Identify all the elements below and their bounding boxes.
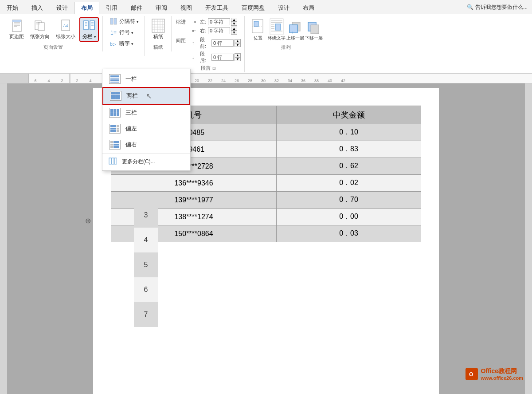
send-backward-icon: ↓ bbox=[306, 17, 322, 35]
row-num-6: 6 bbox=[134, 277, 158, 302]
spacing-after-spin[interactable]: ▲ ▼ bbox=[235, 53, 241, 61]
indent-left-label-text: 左: bbox=[200, 19, 207, 25]
row-num-5: 5 bbox=[134, 252, 158, 277]
wrap-text-button[interactable]: 环绕文字 bbox=[268, 16, 286, 43]
tab-kaifagongju[interactable]: 开发工具 bbox=[199, 2, 235, 14]
tab-shenhe[interactable]: 审阅 bbox=[149, 2, 174, 14]
bring-forward-button[interactable]: ↑ 上移一层 bbox=[286, 16, 304, 43]
svg-text:1≡: 1≡ bbox=[110, 30, 117, 36]
fenge-fu-button[interactable]: 分隔符 bbox=[107, 16, 141, 27]
spacing-after-down[interactable]: ▼ bbox=[235, 57, 241, 61]
table-cell-amount-2: 0．83 bbox=[277, 141, 421, 158]
tab-buju[interactable]: 布局 bbox=[74, 2, 99, 14]
gaozhi-content: 稿纸 bbox=[149, 16, 168, 43]
scrollbar-right[interactable] bbox=[525, 83, 532, 394]
separator-buttons: 分隔符 1≡ 行号 bc- 断字 bbox=[107, 16, 141, 49]
tab-youjian[interactable]: 邮件 bbox=[124, 2, 149, 14]
ruler-mark-30: 30 bbox=[257, 78, 270, 83]
table-row-numbers: 3 4 5 6 7 bbox=[134, 153, 158, 327]
indent-right-spin[interactable]: ▲ ▼ bbox=[231, 27, 237, 35]
menu-item-left-col[interactable]: 偏左 bbox=[102, 121, 190, 137]
page-orientation-button[interactable]: 纸张方向 bbox=[28, 18, 52, 41]
spacing-controls: ↑ 段前: ▲ ▼ ↓ 段后: bbox=[192, 36, 241, 64]
page-margin-button[interactable]: 页边距 bbox=[7, 18, 26, 41]
spacing-after-up[interactable]: ▲ bbox=[235, 53, 241, 57]
indent-right-down[interactable]: ▼ bbox=[231, 31, 237, 35]
tab-yinyong[interactable]: 引用 bbox=[99, 2, 124, 14]
columns-dropdown-menu: 一栏 两栏 ↖ bbox=[102, 69, 191, 171]
send-backward-button[interactable]: ↓ 下移一层 bbox=[305, 16, 323, 43]
ribbon-group-gaozhi: 稿纸 稿纸 bbox=[145, 16, 172, 51]
ruler-mark-40: 40 bbox=[323, 78, 336, 83]
indent-left-input[interactable] bbox=[208, 18, 230, 25]
menu-item-more-col[interactable]: 更多分栏(C)... bbox=[102, 155, 190, 169]
one-col-label: 一栏 bbox=[125, 75, 137, 83]
sep-stack: 分隔符 1≡ 行号 bc- 断字 bbox=[107, 16, 141, 49]
indent-right-up[interactable]: ▲ bbox=[231, 27, 237, 31]
menu-item-two-col[interactable]: 两栏 ↖ bbox=[102, 87, 190, 105]
indent-left-icon: ⇥ bbox=[192, 19, 199, 25]
ribbon-tab-bar: 开始 插入 设计 布局 引用 邮件 审阅 视图 开发工具 百度网盘 设计 布局 … bbox=[0, 0, 532, 14]
ruler-left-margin bbox=[0, 74, 29, 83]
indent-right-row: ⇤ 右: ▲ ▼ bbox=[192, 27, 237, 35]
indent-left-up[interactable]: ▲ bbox=[231, 18, 237, 22]
columns-label: 分栏 ▾ bbox=[82, 33, 95, 40]
menu-item-three-col[interactable]: 三栏 bbox=[102, 105, 190, 121]
table-cell-amount-5: 0．70 bbox=[277, 192, 421, 209]
table-cell-amount-4: 0．02 bbox=[277, 175, 421, 192]
one-col-icon bbox=[109, 74, 121, 84]
page-size-button[interactable]: A4 纸张大小 bbox=[54, 18, 78, 41]
ribbon-group-separators: 分隔符 1≡ 行号 bc- 断字 bbox=[104, 16, 145, 56]
spacing-after-icon: ↓ bbox=[192, 55, 199, 60]
tab-sheji[interactable]: 设计 bbox=[50, 2, 74, 14]
svg-rect-39 bbox=[275, 24, 281, 30]
indent-left-spin[interactable]: ▲ ▼ bbox=[231, 18, 237, 26]
indent-title: 缩进 bbox=[176, 18, 189, 25]
position-label: 位置 bbox=[254, 35, 262, 41]
duanzi-button[interactable]: bc- 断字 bbox=[107, 38, 141, 49]
more-col-label: 更多分栏(C)... bbox=[122, 158, 155, 165]
svg-text:A4: A4 bbox=[63, 24, 68, 28]
page-size-label: 纸张大小 bbox=[56, 33, 75, 40]
menu-divider bbox=[102, 154, 190, 154]
table-cell-amount-7: 0．03 bbox=[277, 225, 421, 242]
tab-buju2[interactable]: 布局 bbox=[296, 2, 321, 14]
tell-me-bar[interactable]: 🔍 告诉我您想要做什么... bbox=[467, 0, 532, 14]
svg-text:↓: ↓ bbox=[316, 31, 318, 35]
gaozhi-button[interactable]: 稿纸 bbox=[149, 18, 168, 41]
scrollbar-left[interactable] bbox=[0, 83, 7, 394]
document-area: ⊕ 机号 中奖金额 **0485 0．10 **9461 bbox=[7, 83, 525, 394]
spacing-before-input[interactable] bbox=[211, 39, 234, 47]
svg-rect-45 bbox=[289, 25, 297, 33]
ruler-mark-28: 28 bbox=[243, 78, 257, 83]
left-col-icon bbox=[109, 123, 121, 134]
tab-baiduwangpan[interactable]: 百度网盘 bbox=[235, 2, 271, 14]
indent-left-down[interactable]: ▼ bbox=[231, 22, 237, 26]
spacing-before-down[interactable]: ▼ bbox=[235, 43, 241, 47]
move-handle[interactable]: ⊕ bbox=[85, 217, 91, 225]
tab-sheji2[interactable]: 设计 bbox=[271, 2, 296, 14]
tab-shitu[interactable]: 视图 bbox=[174, 2, 199, 14]
menu-item-one-col[interactable]: 一栏 bbox=[102, 71, 190, 87]
spacing-after-input[interactable] bbox=[211, 54, 234, 61]
hanghao-button[interactable]: 1≡ 行号 bbox=[107, 27, 141, 38]
bring-forward-label: 上移一层 bbox=[286, 35, 304, 41]
menu-item-right-col[interactable]: 偏右 bbox=[102, 137, 190, 153]
ruler-mark-38: 38 bbox=[310, 78, 323, 83]
tab-charu[interactable]: 插入 bbox=[25, 2, 50, 14]
row-num-4: 4 bbox=[134, 228, 158, 252]
position-button[interactable]: 位置 bbox=[249, 16, 267, 43]
spacing-before-up[interactable]: ▲ bbox=[235, 39, 241, 43]
tab-kaishi[interactable]: 开始 bbox=[0, 2, 25, 14]
columns-button[interactable]: 分栏 ▾ bbox=[79, 17, 99, 42]
spacing-before-icon: ↑ bbox=[192, 40, 199, 46]
indent-right-input[interactable] bbox=[208, 27, 230, 34]
spacing-before-row: ↑ 段前: ▲ ▼ bbox=[192, 36, 241, 50]
duanzi-arrow bbox=[131, 40, 133, 47]
gaozhi-icon bbox=[151, 19, 165, 33]
watermark-brand: Office教程网 bbox=[481, 367, 523, 375]
spacing-before-spin[interactable]: ▲ ▼ bbox=[235, 39, 241, 47]
columns-icon bbox=[82, 19, 96, 33]
fenge-fu-label: 分隔符 bbox=[119, 18, 135, 25]
two-col-label: 两栏 bbox=[126, 92, 138, 100]
